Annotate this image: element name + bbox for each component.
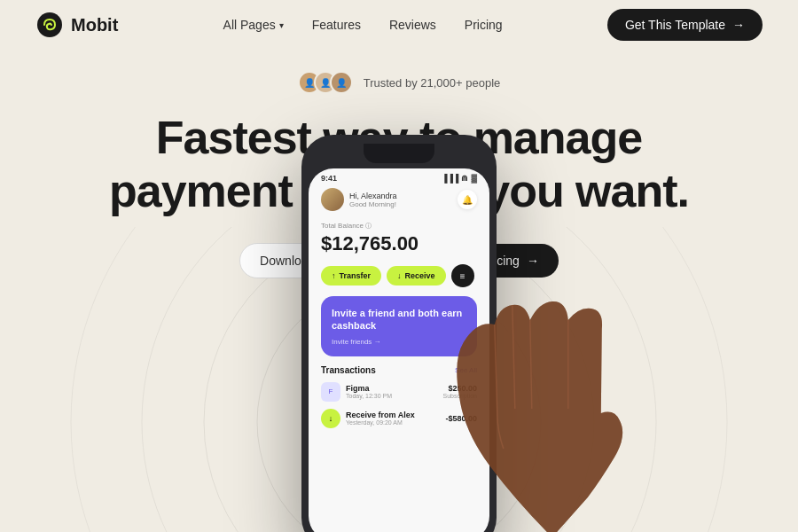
balance-label: Total Balance ⓘ [321, 222, 477, 231]
wifi-icon: ⋒ [461, 174, 468, 183]
transaction-sub: Subscription [442, 393, 477, 399]
cashback-title: Invite a friend and both earn cashback [332, 307, 466, 332]
balance-section: Total Balance ⓘ $12,765.00 [309, 218, 489, 264]
logo[interactable]: Mobit [35, 11, 118, 39]
battery-icon: ▓ [471, 174, 477, 183]
phone-status-icons: ▐▐▐ ⋒ ▓ [442, 174, 477, 183]
see-all-link[interactable]: See All [455, 366, 477, 374]
transaction-date: Yesterday, 09:20 AM [346, 419, 415, 426]
receive-button[interactable]: ↓ Receive [387, 266, 446, 286]
transaction-amount: -$580.00 [445, 414, 477, 423]
phone-screen: 9:41 ▐▐▐ ⋒ ▓ Hi, Alexandra Good Morning!… [309, 168, 489, 532]
transfer-button[interactable]: ↑ Transfer [321, 266, 381, 286]
logo-icon [35, 11, 64, 39]
phone-time: 9:41 [321, 174, 337, 183]
transaction-item: ↓ Receive from Alex Yesterday, 09:20 AM … [321, 409, 477, 428]
more-button[interactable]: ≡ [451, 264, 474, 287]
cashback-card: Invite a friend and both earn cashback I… [321, 296, 477, 356]
nav-features[interactable]: Features [312, 18, 361, 32]
transactions-title: Transactions [321, 365, 376, 375]
trust-badge: 👤 👤 👤 Trusted by 21,000+ people [298, 71, 501, 94]
arrow-right-icon: → [732, 18, 745, 32]
phone-header: Hi, Alexandra Good Morning! 🔔 [309, 184, 489, 218]
transactions-section: Transactions See All F Figma Today, 12:3… [309, 365, 489, 428]
svg-point-0 [37, 12, 62, 37]
transactions-header: Transactions See All [321, 365, 477, 375]
arrow-right-icon: → [527, 254, 539, 268]
transaction-date: Today, 12:30 PM [346, 393, 392, 399]
phone-status-bar: 9:41 ▐▐▐ ⋒ ▓ [309, 168, 489, 184]
phone-greeting-sub: Good Morning! [349, 200, 397, 208]
transaction-icon: F [321, 382, 340, 402]
balance-amount: $12,765.00 [321, 232, 477, 255]
phone-user-info: Hi, Alexandra Good Morning! [321, 188, 397, 211]
signal-icon: ▐▐▐ [442, 174, 458, 183]
get-template-button[interactable]: Get This Template → [607, 9, 763, 41]
phone-mockup: 9:41 ▐▐▐ ⋒ ▓ Hi, Alexandra Good Morning!… [301, 135, 497, 532]
avatar: 👤 [330, 71, 353, 94]
trust-text: Trusted by 21,000+ people [364, 76, 501, 90]
transaction-item: F Figma Today, 12:30 PM $250.00 Subscrip… [321, 382, 477, 402]
phone-notch [364, 144, 434, 163]
info-icon: ⓘ [365, 223, 372, 229]
transaction-amount: $250.00 [442, 384, 477, 393]
transaction-icon: ↓ [321, 409, 340, 428]
phone-greeting: Hi, Alexandra [349, 192, 397, 200]
more-icon: ≡ [460, 271, 466, 281]
action-buttons: ↑ Transfer ↓ Receive ≡ [309, 264, 489, 296]
phone-user-avatar [321, 188, 344, 211]
nav-all-pages[interactable]: All Pages ▾ [223, 18, 284, 32]
transaction-name: Receive from Alex [346, 411, 415, 419]
receive-icon: ↓ [397, 271, 402, 280]
chevron-down-icon: ▾ [279, 20, 284, 30]
nav-links: All Pages ▾ Features Reviews Pricing [223, 18, 503, 32]
avatar-group: 👤 👤 👤 [298, 71, 353, 94]
nav-reviews[interactable]: Reviews [389, 18, 436, 32]
transfer-icon: ↑ [332, 271, 336, 280]
nav-pricing[interactable]: Pricing [465, 18, 503, 32]
transaction-name: Figma [346, 384, 392, 393]
cashback-link[interactable]: Invite friends → [332, 338, 466, 346]
navbar: Mobit All Pages ▾ Features Reviews Prici… [0, 0, 798, 50]
brand-name: Mobit [71, 15, 118, 35]
phone-notification-icon: 🔔 [458, 190, 477, 209]
